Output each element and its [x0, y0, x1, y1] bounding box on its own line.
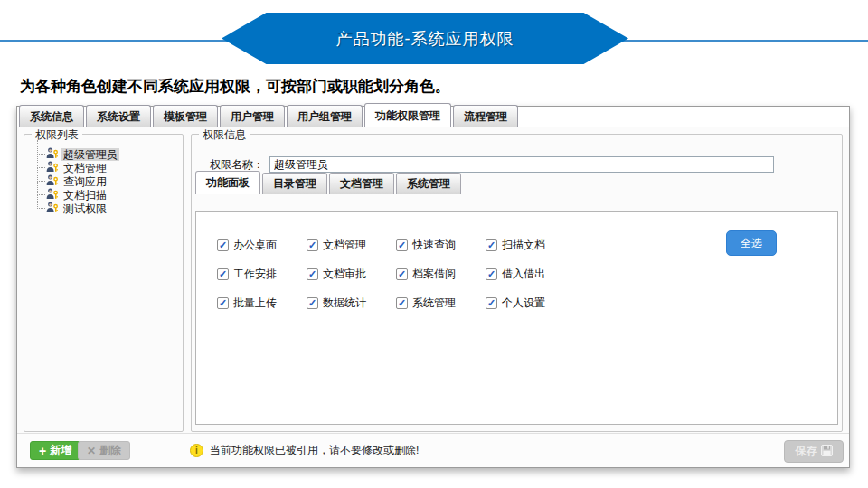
checkbox-icon[interactable] [396, 239, 408, 251]
checkbox-icon[interactable] [217, 297, 229, 309]
plus-icon: + [39, 446, 46, 456]
app-window: 系统信息 系统设置 模板管理 用户管理 用户组管理 功能权限管理 流程管理 权限… [16, 106, 850, 468]
inner-tabstrip: 功能面板 目录管理 文档管理 系统管理 [195, 174, 838, 193]
permission-info-panel: 权限信息 权限名称： 功能面板 目录管理 文档管理 系统管理 办公桌面 文档管理… [191, 134, 843, 432]
user-key-icon [46, 161, 59, 175]
feature-document-approval[interactable]: 文档审批 [307, 267, 396, 282]
checkbox-label: 快速查询 [412, 238, 456, 253]
tab-user-management[interactable]: 用户管理 [220, 105, 285, 127]
window-footer: + 新增 ✕ 删除 i 当前功能权限已被引用，请不要修改或删除! 保存 [17, 433, 849, 467]
permission-list-title: 权限列表 [32, 127, 82, 143]
main-tabstrip: 系统信息 系统设置 模板管理 用户管理 用户组管理 功能权限管理 流程管理 [17, 107, 849, 127]
tree-item-label: 超级管理员 [61, 148, 119, 161]
feature-borrow-lend[interactable]: 借入借出 [486, 267, 575, 282]
tab-system-settings[interactable]: 系统设置 [86, 105, 151, 127]
floppy-disk-icon [821, 445, 833, 459]
checkbox-icon[interactable] [486, 239, 497, 251]
checkbox-label: 系统管理 [412, 296, 456, 311]
tab-function-permission-management[interactable]: 功能权限管理 [364, 103, 451, 127]
checkbox-label: 借入借出 [502, 267, 545, 282]
tree-item-query-application[interactable]: 查询应用 [33, 174, 179, 188]
checkbox-label: 工作安排 [233, 267, 277, 282]
permission-tree: 超级管理员 文档管理 查询应用 [33, 147, 179, 215]
feature-office-desktop[interactable]: 办公桌面 [217, 238, 307, 253]
checkbox-label: 文档审批 [323, 267, 366, 282]
tab-user-group-management[interactable]: 用户组管理 [287, 105, 363, 127]
user-key-icon [46, 188, 59, 202]
tab-system-info[interactable]: 系统信息 [19, 105, 84, 127]
select-all-button[interactable]: 全选 [726, 230, 777, 256]
checkbox-label: 数据统计 [323, 296, 366, 311]
add-button-label: 新增 [50, 443, 71, 458]
checkbox-icon[interactable] [307, 239, 318, 251]
slide-title: 产品功能-系统应用权限 [336, 28, 514, 50]
checkbox-icon[interactable] [486, 268, 497, 280]
checkbox-label: 个人设置 [502, 296, 545, 311]
tree-item-test-permission[interactable]: 测试权限 [33, 202, 179, 215]
feature-personal-settings[interactable]: 个人设置 [486, 296, 575, 311]
checkbox-label: 办公桌面 [233, 238, 277, 253]
checkbox-icon[interactable] [396, 297, 408, 309]
slide-banner: 产品功能-系统应用权限 [222, 13, 628, 64]
feature-checkbox-grid: 办公桌面 文档管理 快速查询 扫描文档 工作安排 文档审批 档案借阅 借入借出 … [217, 238, 575, 311]
feature-document-management[interactable]: 文档管理 [307, 238, 396, 253]
slide-headline: 为各种角色创建不同系统应用权限，可按部门或职能划分角色。 [20, 76, 450, 97]
tab-directory-management[interactable]: 目录管理 [262, 173, 327, 194]
permission-name-input[interactable] [269, 156, 774, 173]
save-button[interactable]: 保存 [784, 440, 844, 463]
user-key-icon [46, 174, 59, 189]
checkbox-icon[interactable] [307, 297, 318, 309]
feature-quick-query[interactable]: 快速查询 [396, 238, 486, 253]
delete-button[interactable]: ✕ 删除 [78, 441, 130, 460]
feature-scan-document[interactable]: 扫描文档 [486, 238, 575, 253]
tree-item-label: 查询应用 [61, 175, 108, 188]
window-content: 权限列表 超级管理员 文档管理 [17, 127, 849, 467]
slide: 产品功能-系统应用权限 为各种角色创建不同系统应用权限，可按部门或职能划分角色。… [0, 0, 868, 488]
tree-item-label: 文档扫描 [61, 189, 108, 202]
tree-item-super-admin[interactable]: 超级管理员 [33, 147, 179, 161]
warning-message: i 当前功能权限已被引用，请不要修改或删除! [190, 443, 419, 458]
permission-name-label: 权限名称： [210, 157, 264, 173]
tree-item-document-scan[interactable]: 文档扫描 [33, 188, 179, 202]
tab-function-panel[interactable]: 功能面板 [195, 171, 260, 194]
checkbox-icon[interactable] [486, 297, 497, 309]
feature-work-schedule[interactable]: 工作安排 [217, 267, 307, 282]
feature-batch-upload[interactable]: 批量上传 [217, 296, 307, 311]
checkbox-icon[interactable] [396, 268, 408, 280]
user-key-icon [46, 147, 59, 162]
permission-info-title: 权限信息 [199, 127, 250, 143]
warning-text: 当前功能权限已被引用，请不要修改或删除! [210, 443, 419, 458]
checkbox-label: 批量上传 [233, 296, 277, 311]
tree-item-document-management[interactable]: 文档管理 [33, 161, 179, 174]
permission-name-row: 权限名称： [210, 156, 774, 173]
tab-template-management[interactable]: 模板管理 [153, 105, 218, 127]
tree-item-label: 测试权限 [61, 202, 108, 215]
checkbox-icon[interactable] [217, 239, 229, 251]
checkbox-icon[interactable] [307, 268, 318, 280]
tab-system-management[interactable]: 系统管理 [396, 173, 461, 194]
info-icon: i [190, 444, 203, 457]
checkbox-label: 文档管理 [323, 238, 366, 253]
tab-document-management[interactable]: 文档管理 [329, 173, 394, 194]
feature-system-management[interactable]: 系统管理 [396, 296, 486, 311]
delete-button-label: 删除 [99, 443, 121, 458]
checkbox-icon[interactable] [217, 268, 229, 280]
add-button[interactable]: + 新增 [30, 441, 80, 460]
save-button-label: 保存 [796, 444, 817, 459]
checkbox-label: 扫描文档 [502, 238, 545, 253]
feature-archive-borrowing[interactable]: 档案借阅 [396, 267, 486, 282]
checkbox-label: 档案借阅 [412, 267, 456, 282]
tab-process-management[interactable]: 流程管理 [453, 105, 518, 127]
tree-item-label: 文档管理 [61, 162, 108, 174]
permission-list-panel: 权限列表 超级管理员 文档管理 [24, 134, 184, 432]
user-key-icon [46, 202, 59, 216]
function-panel-content: 办公桌面 文档管理 快速查询 扫描文档 工作安排 文档审批 档案借阅 借入借出 … [195, 211, 838, 425]
x-icon: ✕ [87, 445, 96, 457]
feature-data-statistics[interactable]: 数据统计 [307, 296, 396, 311]
